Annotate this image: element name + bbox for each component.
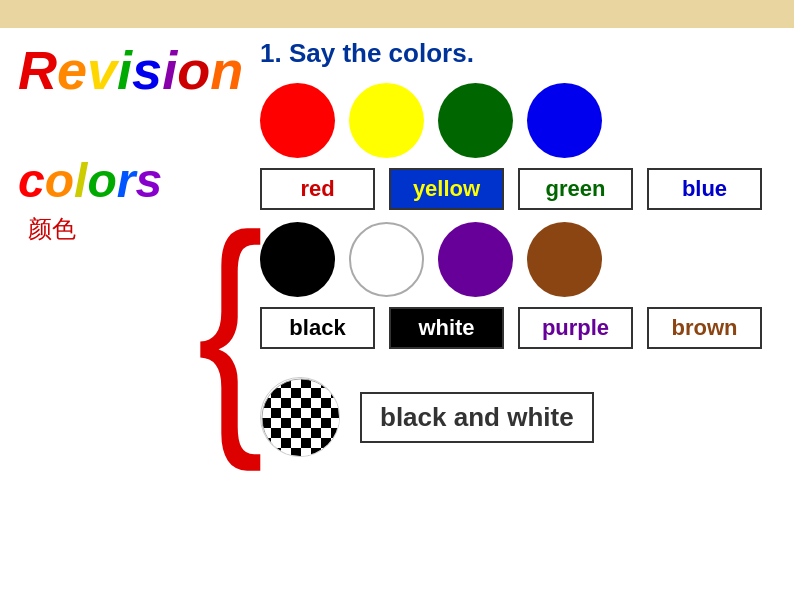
label-green: green — [518, 168, 633, 210]
svg-rect-27 — [271, 408, 281, 418]
svg-rect-15 — [311, 388, 321, 398]
svg-rect-49 — [331, 428, 340, 438]
cell-black — [260, 222, 335, 301]
cell-white — [349, 222, 424, 301]
svg-rect-7 — [311, 378, 321, 388]
svg-rect-53 — [291, 438, 301, 448]
circle-purple — [438, 222, 513, 297]
circle-white — [349, 222, 424, 297]
svg-rect-39 — [311, 418, 321, 428]
main-area: 1. Say the colors. red yellow green blue — [250, 38, 784, 586]
svg-rect-54 — [301, 438, 311, 448]
svg-rect-55 — [311, 438, 321, 448]
circle-yellow — [349, 83, 424, 158]
svg-rect-35 — [271, 418, 281, 428]
svg-rect-52 — [281, 438, 291, 448]
cell-blue — [527, 83, 602, 162]
svg-rect-12 — [281, 388, 291, 398]
svg-rect-61 — [291, 448, 301, 457]
svg-rect-32 — [321, 408, 331, 418]
cell-red — [260, 83, 335, 162]
cell-green — [438, 83, 513, 162]
cell-purple — [438, 222, 513, 301]
svg-rect-29 — [291, 408, 301, 418]
svg-rect-24 — [321, 398, 331, 408]
svg-rect-59 — [271, 448, 281, 457]
svg-rect-25 — [331, 398, 340, 408]
svg-rect-11 — [271, 388, 281, 398]
svg-rect-31 — [311, 408, 321, 418]
colors-word: colors — [18, 157, 162, 205]
svg-rect-16 — [321, 388, 331, 398]
cell-brown — [527, 222, 602, 301]
svg-rect-37 — [291, 418, 301, 428]
circle-blue — [527, 83, 602, 158]
checkerboard-circle — [260, 377, 340, 457]
circle-green — [438, 83, 513, 158]
left-panel: Revision colors 颜色 — [0, 38, 210, 586]
svg-rect-56 — [321, 438, 331, 448]
svg-rect-47 — [311, 428, 321, 438]
label-yellow: yellow — [389, 168, 504, 210]
cell-yellow — [349, 83, 424, 162]
label-white: white — [389, 307, 504, 349]
svg-rect-44 — [281, 428, 291, 438]
svg-rect-40 — [321, 418, 331, 428]
svg-rect-38 — [301, 418, 311, 428]
circle-brown — [527, 222, 602, 297]
svg-rect-43 — [271, 428, 281, 438]
svg-rect-4 — [281, 378, 291, 388]
svg-rect-62 — [301, 448, 311, 457]
svg-rect-46 — [301, 428, 311, 438]
svg-rect-19 — [271, 398, 281, 408]
chinese-label: 颜色 — [28, 213, 76, 245]
svg-rect-17 — [331, 388, 340, 398]
label-purple: purple — [518, 307, 633, 349]
svg-rect-14 — [301, 388, 311, 398]
svg-rect-48 — [321, 428, 331, 438]
label-blue: blue — [647, 168, 762, 210]
svg-rect-22 — [301, 398, 311, 408]
svg-rect-33 — [331, 408, 340, 418]
svg-rect-28 — [281, 408, 291, 418]
svg-rect-20 — [281, 398, 291, 408]
svg-rect-51 — [271, 438, 281, 448]
brace-symbol: { — [197, 197, 264, 457]
circle-red — [260, 83, 335, 158]
circle-black — [260, 222, 335, 297]
svg-rect-13 — [291, 388, 301, 398]
svg-rect-41 — [331, 418, 340, 428]
label-brown: brown — [647, 307, 762, 349]
bottom-row: black and white — [250, 377, 784, 457]
svg-rect-9 — [331, 378, 340, 388]
svg-rect-36 — [281, 418, 291, 428]
svg-rect-21 — [291, 398, 301, 408]
svg-rect-63 — [311, 448, 321, 457]
label-black-and-white: black and white — [360, 392, 594, 443]
svg-rect-65 — [331, 448, 340, 457]
svg-rect-57 — [331, 438, 340, 448]
svg-rect-64 — [321, 448, 331, 457]
label-red: red — [260, 168, 375, 210]
brace-area: { — [210, 38, 250, 586]
header-instruction: 1. Say the colors. — [250, 38, 784, 69]
svg-rect-23 — [311, 398, 321, 408]
svg-rect-30 — [301, 408, 311, 418]
label-black: black — [260, 307, 375, 349]
top-bar — [0, 0, 794, 28]
svg-rect-8 — [321, 378, 331, 388]
svg-rect-45 — [291, 428, 301, 438]
svg-rect-60 — [281, 448, 291, 457]
svg-rect-3 — [271, 378, 281, 388]
